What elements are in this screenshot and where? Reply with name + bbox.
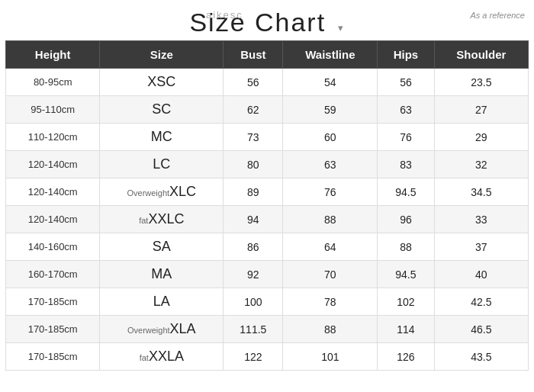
cell-size: LA bbox=[100, 288, 224, 316]
cell-bust: 62 bbox=[224, 96, 283, 124]
size-value: XXLC bbox=[148, 211, 184, 227]
cell-shoulder: 37 bbox=[434, 233, 528, 261]
table-row: 120-140cmLC80638332 bbox=[6, 151, 529, 178]
cell-size: MA bbox=[100, 261, 224, 288]
cell-waist: 101 bbox=[283, 343, 378, 371]
cell-height: 120-140cm bbox=[6, 206, 100, 233]
size-value: XLA bbox=[170, 321, 196, 336]
table-row: 80-95cmXSC56545623.5 bbox=[6, 69, 529, 96]
cell-bust: 56 bbox=[224, 69, 283, 96]
cell-bust: 111.5 bbox=[224, 316, 283, 343]
cell-hips: 102 bbox=[378, 288, 434, 316]
cell-waist: 78 bbox=[283, 288, 378, 316]
cell-bust: 73 bbox=[224, 124, 283, 151]
cell-size: OverweightXLC bbox=[100, 178, 224, 206]
cell-waist: 88 bbox=[283, 316, 378, 343]
cell-waist: 59 bbox=[283, 96, 378, 124]
cell-height: 170-185cm bbox=[6, 316, 100, 343]
dropdown-icon[interactable]: ▾ bbox=[338, 22, 345, 34]
cell-waist: 88 bbox=[283, 206, 378, 233]
cell-hips: 114 bbox=[378, 316, 434, 343]
cell-bust: 100 bbox=[224, 288, 283, 316]
col-size: Size bbox=[100, 41, 224, 69]
cell-size: OverweightXLA bbox=[100, 316, 224, 343]
cell-height: 95-110cm bbox=[6, 96, 100, 124]
size-value: XXLA bbox=[149, 349, 184, 364]
cell-height: 170-185cm bbox=[6, 343, 100, 371]
cell-waist: 63 bbox=[283, 151, 378, 178]
size-chart-table: Height Size Bust Waistline Hips Shoulder… bbox=[5, 40, 529, 371]
cell-hips: 94.5 bbox=[378, 178, 434, 206]
table-body: 80-95cmXSC56545623.595-110cmSC6259632711… bbox=[6, 69, 529, 371]
cell-shoulder: 27 bbox=[434, 96, 528, 124]
cell-size: SA bbox=[100, 233, 224, 261]
cell-size: XSC bbox=[100, 69, 224, 96]
cell-shoulder: 29 bbox=[434, 124, 528, 151]
col-hips: Hips bbox=[378, 41, 434, 69]
cell-waist: 76 bbox=[283, 178, 378, 206]
table-header: Height Size Bust Waistline Hips Shoulder bbox=[6, 41, 529, 69]
col-waistline: Waistline bbox=[283, 41, 378, 69]
cell-bust: 89 bbox=[224, 178, 283, 206]
cell-waist: 60 bbox=[283, 124, 378, 151]
table-row: 110-120cmMC73607629 bbox=[6, 124, 529, 151]
cell-hips: 94.5 bbox=[378, 261, 434, 288]
cell-bust: 80 bbox=[224, 151, 283, 178]
cell-shoulder: 43.5 bbox=[434, 343, 528, 371]
cell-hips: 76 bbox=[378, 124, 434, 151]
cell-size: SC bbox=[100, 96, 224, 124]
table-row: 140-160cmSA86648837 bbox=[6, 233, 529, 261]
cell-hips: 83 bbox=[378, 151, 434, 178]
size-value: SC bbox=[152, 101, 171, 117]
page: aikesc Size Chart ▾ As a reference Heigh… bbox=[0, 0, 534, 392]
size-value: XSC bbox=[147, 74, 175, 89]
cell-height: 110-120cm bbox=[6, 124, 100, 151]
size-value: XLC bbox=[169, 184, 196, 199]
table-row: 160-170cmMA927094.540 bbox=[6, 261, 529, 288]
cell-hips: 88 bbox=[378, 233, 434, 261]
cell-shoulder: 33 bbox=[434, 206, 528, 233]
table-row: 170-185cmLA1007810242.5 bbox=[6, 288, 529, 316]
size-value: MA bbox=[151, 266, 172, 281]
cell-hips: 96 bbox=[378, 206, 434, 233]
table-row: 170-185cmOverweightXLA111.58811446.5 bbox=[6, 316, 529, 343]
cell-hips: 126 bbox=[378, 343, 434, 371]
cell-shoulder: 34.5 bbox=[434, 178, 528, 206]
col-bust: Bust bbox=[224, 41, 283, 69]
table-row: 95-110cmSC62596327 bbox=[6, 96, 529, 124]
size-value: SA bbox=[153, 239, 171, 254]
cell-height: 160-170cm bbox=[6, 261, 100, 288]
header-row: Height Size Bust Waistline Hips Shoulder bbox=[6, 41, 529, 69]
cell-bust: 86 bbox=[224, 233, 283, 261]
cell-hips: 56 bbox=[378, 69, 434, 96]
cell-bust: 94 bbox=[224, 206, 283, 233]
cell-size: fatXXLA bbox=[100, 343, 224, 371]
cell-height: 120-140cm bbox=[6, 151, 100, 178]
cell-waist: 54 bbox=[283, 69, 378, 96]
table-row: 170-185cmfatXXLA12210112643.5 bbox=[6, 343, 529, 371]
brand-name: aikesc bbox=[206, 9, 243, 21]
cell-shoulder: 46.5 bbox=[434, 316, 528, 343]
reference-text: As a reference bbox=[470, 11, 525, 20]
size-value: LA bbox=[153, 294, 170, 309]
cell-shoulder: 23.5 bbox=[434, 69, 528, 96]
cell-shoulder: 32 bbox=[434, 151, 528, 178]
cell-size: fatXXLC bbox=[100, 206, 224, 233]
cell-height: 120-140cm bbox=[6, 178, 100, 206]
cell-bust: 92 bbox=[224, 261, 283, 288]
size-value: MC bbox=[151, 129, 172, 144]
table-row: 120-140cmOverweightXLC897694.534.5 bbox=[6, 178, 529, 206]
cell-waist: 70 bbox=[283, 261, 378, 288]
cell-size: MC bbox=[100, 124, 224, 151]
size-prefix: fat bbox=[139, 216, 148, 225]
size-prefix: Overweight bbox=[127, 188, 169, 198]
cell-height: 170-185cm bbox=[6, 288, 100, 316]
cell-bust: 122 bbox=[224, 343, 283, 371]
cell-size: LC bbox=[100, 151, 224, 178]
cell-height: 80-95cm bbox=[6, 69, 100, 96]
col-shoulder: Shoulder bbox=[434, 41, 528, 69]
header: aikesc Size Chart ▾ As a reference bbox=[0, 0, 534, 40]
size-prefix: Overweight bbox=[127, 326, 170, 335]
cell-shoulder: 40 bbox=[434, 261, 528, 288]
cell-shoulder: 42.5 bbox=[434, 288, 528, 316]
